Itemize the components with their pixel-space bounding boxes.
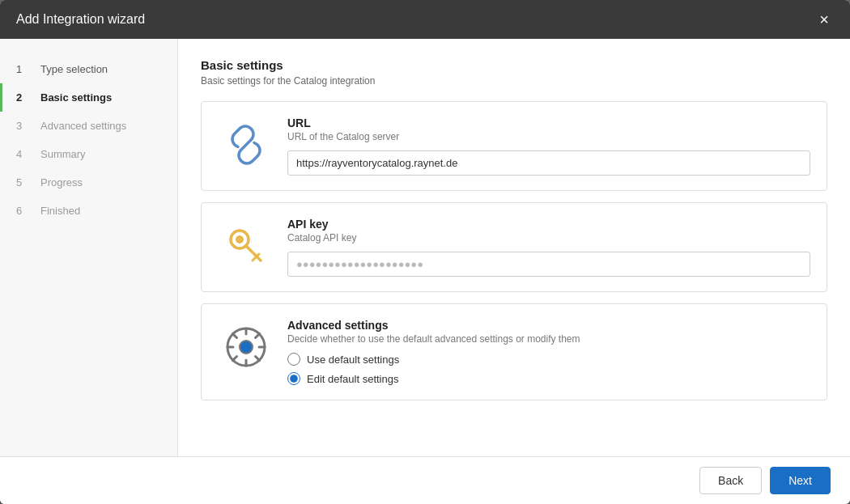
url-card: URL URL of the Catalog server xyxy=(201,101,827,191)
url-input[interactable] xyxy=(287,150,810,176)
advanced-settings-body: Advanced settings Decide whether to use … xyxy=(287,319,810,385)
svg-point-2 xyxy=(236,235,244,244)
section-title: Basic settings xyxy=(201,58,827,72)
step-label-3: Advanced settings xyxy=(40,120,126,132)
step-num-4: 4 xyxy=(16,148,32,160)
url-label: URL xyxy=(287,116,810,129)
main-content: Basic settings Basic settings for the Ca… xyxy=(178,39,850,456)
svg-point-4 xyxy=(240,341,253,354)
step-num-3: 3 xyxy=(16,120,32,132)
step-label-4: Summary xyxy=(40,148,86,160)
radio-group: Use default settings Edit default settin… xyxy=(287,353,810,385)
advanced-settings-desc: Decide whether to use the default advanc… xyxy=(287,333,810,345)
step-num-5: 5 xyxy=(16,176,32,188)
sidebar-item-finished[interactable]: 6 Finished xyxy=(0,197,177,225)
sidebar-item-progress[interactable]: 5 Progress xyxy=(0,168,177,197)
api-key-body: API key Catalog API key xyxy=(287,218,810,277)
step-num-2: 2 xyxy=(16,91,32,104)
dialog-footer: Back Next xyxy=(0,456,850,504)
dialog-title: Add Integration wizard xyxy=(16,12,145,27)
url-desc: URL of the Catalog server xyxy=(287,131,810,142)
api-key-desc: Catalog API key xyxy=(287,232,810,244)
svg-line-12 xyxy=(232,357,236,361)
key-icon xyxy=(218,218,274,274)
edit-default-radio[interactable] xyxy=(287,372,300,385)
api-key-label: API key xyxy=(287,218,810,231)
use-default-option[interactable]: Use default settings xyxy=(287,353,810,366)
svg-line-0 xyxy=(242,141,250,149)
step-label-5: Progress xyxy=(40,176,83,188)
svg-line-9 xyxy=(232,333,236,337)
use-default-radio[interactable] xyxy=(287,353,300,366)
wizard-sidebar: 1 Type selection 2 Basic settings 3 Adva… xyxy=(0,39,178,456)
sidebar-item-type-selection[interactable]: 1 Type selection xyxy=(0,55,177,83)
step-label-1: Type selection xyxy=(40,63,108,75)
gear-icon xyxy=(218,319,274,375)
back-button[interactable]: Back xyxy=(699,467,762,494)
sidebar-item-summary[interactable]: 4 Summary xyxy=(0,140,177,168)
svg-line-10 xyxy=(256,357,260,361)
chain-icon xyxy=(218,116,274,173)
api-key-input[interactable] xyxy=(287,252,810,277)
edit-default-label: Edit default settings xyxy=(307,373,398,385)
edit-default-option[interactable]: Edit default settings xyxy=(287,372,810,385)
section-subtitle: Basic settings for the Catalog integrati… xyxy=(201,75,827,87)
sidebar-item-advanced-settings[interactable]: 3 Advanced settings xyxy=(0,112,177,140)
step-num-6: 6 xyxy=(16,205,32,217)
step-label-6: Finished xyxy=(40,205,80,217)
add-integration-dialog: Add Integration wizard × 1 Type selectio… xyxy=(0,0,850,504)
next-button[interactable]: Next xyxy=(770,467,831,494)
use-default-label: Use default settings xyxy=(307,354,399,366)
dialog-header: Add Integration wizard × xyxy=(0,0,850,39)
url-body: URL URL of the Catalog server xyxy=(287,116,810,176)
step-num-1: 1 xyxy=(16,63,32,75)
advanced-settings-label: Advanced settings xyxy=(287,319,810,332)
close-button[interactable]: × xyxy=(814,10,834,29)
api-key-card: API key Catalog API key xyxy=(201,202,827,292)
step-label-2: Basic settings xyxy=(40,91,112,104)
svg-line-11 xyxy=(256,333,260,337)
advanced-settings-card: Advanced settings Decide whether to use … xyxy=(201,303,827,400)
dialog-body: 1 Type selection 2 Basic settings 3 Adva… xyxy=(0,39,850,456)
sidebar-item-basic-settings[interactable]: 2 Basic settings xyxy=(0,83,177,112)
active-indicator xyxy=(0,83,2,112)
